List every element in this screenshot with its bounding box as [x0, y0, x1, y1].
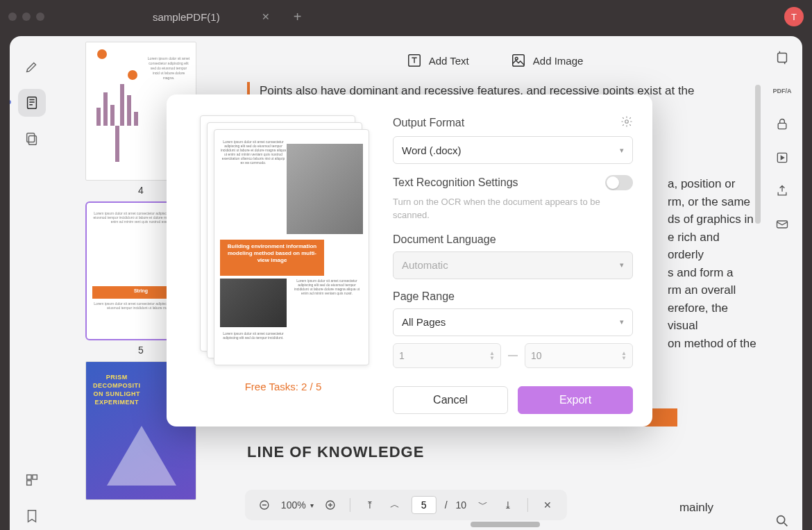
- page-from-input[interactable]: 1 ▲▼: [393, 343, 501, 368]
- export-dialog: Lorem ipsum dolor sit amet consectetur a…: [167, 94, 652, 427]
- paragraph-tail: a, position or rm, or the same ds of gra…: [668, 175, 758, 352]
- search-icon[interactable]: [773, 512, 791, 530]
- text-icon: [407, 53, 422, 68]
- svg-point-16: [625, 120, 629, 124]
- close-window[interactable]: [8, 13, 17, 21]
- svg-rect-10: [778, 123, 786, 129]
- bookmark-tool[interactable]: [18, 502, 46, 530]
- svg-rect-12: [777, 221, 788, 228]
- preview-stack: Lorem ipsum dolor sit amet consectetur a…: [200, 115, 366, 372]
- chevron-down-icon: ▾: [620, 146, 624, 155]
- chevron-down-icon: ▾: [620, 317, 624, 326]
- trailing-text: mainly: [679, 501, 713, 515]
- document-tab[interactable]: samplePDF(1) ✕: [142, 6, 281, 28]
- language-select[interactable]: Automatic ▾: [393, 251, 633, 279]
- close-controls-icon[interactable]: ✕: [539, 497, 556, 513]
- image-icon: [511, 53, 526, 68]
- ocr-hint: Turn on the OCR when the document appear…: [393, 196, 633, 222]
- ocr-toggle[interactable]: [605, 175, 633, 190]
- tab-title: samplePDF(1): [153, 11, 220, 23]
- svg-rect-7: [513, 55, 525, 67]
- vertical-scrollbar[interactable]: [755, 85, 761, 224]
- next-page-icon[interactable]: ﹀: [475, 497, 491, 513]
- page-range-label: Page Range: [393, 290, 455, 303]
- annotate-tool[interactable]: [18, 89, 46, 117]
- output-format-select[interactable]: Word (.docx) ▾: [393, 136, 633, 164]
- share-icon[interactable]: [773, 182, 791, 200]
- left-toolbar: [10, 36, 54, 530]
- thumbnail-title: PRISM DECOMPOSITI ON SUNLIGHT EXPERIMENT: [93, 373, 141, 406]
- add-tab-icon[interactable]: +: [294, 9, 302, 25]
- export-preview: Lorem ipsum dolor sit amet consectetur a…: [186, 115, 380, 414]
- titlebar: samplePDF(1) ✕ + T: [0, 0, 812, 33]
- add-image-label: Add Image: [533, 55, 584, 67]
- horizontal-scrollbar[interactable]: [471, 522, 540, 527]
- zoom-out-icon[interactable]: [256, 497, 273, 513]
- page-range-select[interactable]: All Pages ▾: [393, 308, 633, 336]
- chevron-down-icon: ▾: [620, 260, 624, 270]
- language-label: Document Language: [393, 233, 496, 246]
- range-dash: [508, 355, 518, 356]
- export-button[interactable]: Export: [518, 386, 633, 414]
- mail-icon[interactable]: [773, 215, 791, 233]
- highlight-tool[interactable]: [18, 53, 46, 81]
- language-value: Automatic: [402, 259, 448, 271]
- first-page-icon[interactable]: ⤒: [362, 497, 378, 513]
- lock-icon[interactable]: [773, 115, 791, 133]
- page-separator: /: [445, 499, 448, 511]
- page-input[interactable]: [412, 496, 437, 514]
- svg-point-8: [515, 57, 518, 60]
- pdfa-icon[interactable]: PDF/A: [773, 82, 791, 100]
- svg-rect-0: [28, 97, 37, 109]
- outline-tool[interactable]: [18, 466, 46, 494]
- close-tab-icon[interactable]: ✕: [262, 11, 270, 22]
- page-total: 10: [456, 499, 467, 511]
- svg-rect-4: [33, 475, 37, 479]
- output-format-label: Output Format: [393, 117, 464, 129]
- play-icon[interactable]: [773, 149, 791, 167]
- svg-rect-3: [27, 475, 31, 479]
- prev-page-icon[interactable]: ︿: [387, 497, 403, 513]
- output-format-value: Word (.docx): [402, 144, 462, 156]
- ocr-label: Text Recognition Settings: [393, 176, 518, 189]
- svg-rect-5: [27, 481, 31, 485]
- add-image-button[interactable]: Add Image: [511, 53, 584, 68]
- rotate-icon[interactable]: [773, 49, 791, 67]
- page-controls: 100%▾ ⤒ ︿ / 10 ﹀ ⤓ ✕: [245, 490, 567, 520]
- free-tasks-counter: Free Tasks: 2 / 5: [186, 381, 380, 392]
- page-range-value: All Pages: [402, 316, 446, 328]
- minimize-window[interactable]: [22, 13, 31, 21]
- top-actions: Add Text Add Image: [228, 43, 762, 82]
- add-text-button[interactable]: Add Text: [407, 53, 469, 68]
- add-text-label: Add Text: [429, 55, 469, 67]
- svg-rect-1: [28, 135, 36, 144]
- last-page-icon[interactable]: ⤓: [500, 497, 516, 513]
- window-controls: [8, 13, 44, 21]
- avatar[interactable]: T: [784, 7, 804, 26]
- zoom-level[interactable]: 100%▾: [281, 499, 314, 511]
- cancel-button[interactable]: Cancel: [393, 386, 508, 414]
- heading-line-of-knowledge: LINE OF KNOWLEDGE: [247, 440, 743, 463]
- gear-icon[interactable]: [620, 115, 633, 131]
- maximize-window[interactable]: [36, 13, 44, 21]
- zoom-in-icon[interactable]: [322, 497, 339, 513]
- svg-rect-2: [27, 133, 35, 142]
- copy-tool[interactable]: [18, 125, 46, 153]
- svg-point-13: [777, 516, 785, 524]
- preview-band: Building environment information modelin…: [220, 240, 324, 276]
- right-toolbar: PDF/A: [762, 36, 802, 530]
- svg-rect-9: [778, 53, 787, 63]
- export-settings: Output Format Word (.docx) ▾ Text Recogn…: [380, 115, 633, 414]
- page-to-input[interactable]: 10 ▲▼: [525, 343, 633, 368]
